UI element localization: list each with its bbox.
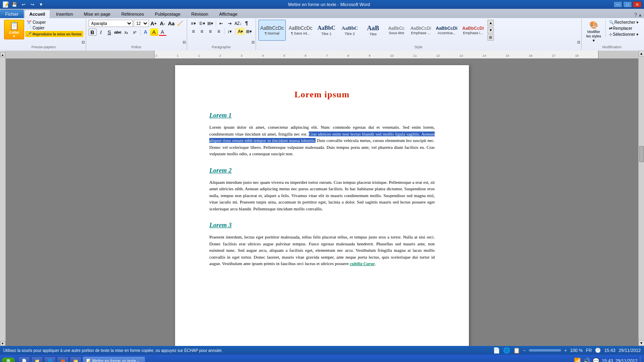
clear-format-button[interactable]: 🧹	[176, 20, 184, 27]
line-spacing-button[interactable]: ↕▾	[226, 28, 234, 35]
rechercher-button[interactable]: 🔍 Rechercher ▾	[607, 20, 640, 25]
align-left-button[interactable]: ≡	[190, 28, 198, 35]
taskbar-firefox[interactable]: 🦊	[57, 356, 69, 362]
justify-button[interactable]: ≡	[215, 28, 223, 35]
tab-references[interactable]: Références	[116, 10, 149, 18]
minimize-ribbon-icon[interactable]: ▲	[638, 12, 642, 17]
nav-down[interactable]: ▼	[0, 341, 5, 346]
taskbar-files[interactable]: 📂	[70, 356, 82, 362]
copy-icon: 📄	[27, 26, 31, 30]
close-button[interactable]: ✕	[633, 1, 642, 8]
coller-button[interactable]: 📋 Coller ▼	[4, 20, 24, 39]
qa-redo[interactable]: ↪	[29, 1, 36, 8]
show-desktop-button[interactable]	[640, 356, 642, 362]
taskbar-word[interactable]: 📝 Mettre en forme un texte -...	[83, 356, 145, 362]
selectionner-button[interactable]: ⊹ Sélectionner ▾	[607, 32, 640, 37]
style-normal[interactable]: AaBbCcDc ¶ Normal	[258, 20, 286, 41]
font-shrink-button[interactable]: A-	[159, 20, 167, 27]
style-titre[interactable]: AaB Titre	[362, 20, 384, 41]
font-size-select[interactable]: 12	[134, 20, 149, 27]
scroll-down-button[interactable]: ▼	[639, 340, 644, 346]
help-icon[interactable]: ?	[634, 12, 637, 18]
styles-scroll-up[interactable]: ▲	[487, 20, 494, 26]
style-emphase1[interactable]: AaBbCcDi Emphase ...	[409, 20, 433, 41]
scrollbar-right[interactable]: ▲ ▼	[638, 51, 644, 346]
style-titre2-preview: AaBbC	[341, 25, 358, 31]
qa-undo[interactable]: ↩	[20, 1, 27, 8]
underline-button[interactable]: S	[105, 29, 114, 36]
style-expand-icon[interactable]: ⊡	[577, 40, 580, 44]
subscript-button[interactable]: x₂	[122, 29, 130, 36]
tab-mise-en-page[interactable]: Mise en page	[78, 10, 116, 18]
clipboard-expand-icon[interactable]: ⊡	[82, 40, 85, 44]
zoom-in-button[interactable]: +	[564, 348, 567, 353]
text-effect-button[interactable]: A	[142, 29, 150, 36]
doc-view-web-icon[interactable]: 🌐	[503, 347, 510, 354]
style-sans-int[interactable]: AaBbCcDc ¶ Sans int...	[287, 20, 314, 41]
remplacer-button[interactable]: ⇄ Remplacer	[607, 26, 640, 31]
tab-affichage[interactable]: Affichage	[214, 10, 243, 18]
ruler-right-margin	[598, 51, 638, 58]
tab-accueil[interactable]: Accueil	[24, 10, 50, 19]
decrease-indent-button[interactable]: ⇤	[217, 20, 225, 27]
maximize-button[interactable]: □	[623, 1, 632, 8]
align-right-button[interactable]: ≡	[206, 28, 215, 35]
tab-publipostage[interactable]: Publipostage	[150, 10, 186, 18]
zoom-out-button[interactable]: −	[523, 348, 526, 353]
tab-revision[interactable]: Révision	[186, 10, 213, 18]
style-titre2[interactable]: AaBbC Titre 2	[339, 20, 361, 41]
zoom-slider[interactable]	[529, 349, 561, 352]
qa-more[interactable]: ▼	[37, 1, 45, 8]
tab-insertion[interactable]: Insertion	[51, 10, 78, 18]
style-accentuation[interactable]: AaBbCcDi Accentua...	[434, 20, 460, 41]
clock-icon: 🕐	[595, 348, 601, 353]
nav-up[interactable]: ▲	[0, 52, 5, 57]
font-name-select[interactable]: Aparajita	[89, 20, 133, 27]
show-marks-button[interactable]: ¶	[243, 20, 251, 27]
style-sous-titre[interactable]: AaBbCc Sous-titre	[385, 20, 408, 41]
shading-button[interactable]: A▾	[237, 28, 245, 35]
reproduire-button[interactable]: 🖌️ Reproduire la mise en forme	[25, 31, 83, 37]
increase-indent-button[interactable]: ⇥	[226, 20, 234, 27]
tab-fichier[interactable]: Fichier	[0, 10, 24, 18]
sort-button[interactable]: AZ↓	[234, 20, 242, 27]
bold-button[interactable]: B	[89, 29, 97, 36]
text-color-button[interactable]: A	[159, 29, 167, 36]
font-grow-button[interactable]: A+	[150, 20, 158, 27]
taskbar-folder[interactable]: 📁	[31, 356, 43, 362]
doc-view-print-icon[interactable]: 📄	[493, 347, 500, 354]
qa-save[interactable]: 💾	[11, 1, 18, 8]
style-titre1[interactable]: AaBbC Titre 1	[315, 20, 338, 41]
styles-scroll-down[interactable]: ▼	[487, 27, 494, 33]
doc-view-outline-icon[interactable]: 📋	[513, 347, 520, 354]
align-center-button[interactable]: ≡	[198, 28, 206, 35]
copier-button[interactable]: 📄 Copier	[25, 25, 83, 31]
start-button[interactable]: ⊞	[2, 358, 15, 362]
italic-button[interactable]: I	[97, 29, 105, 36]
couper-button[interactable]: ✂️ Couper	[25, 20, 83, 25]
style-sous-titre-preview: AaBbCc	[388, 26, 405, 31]
numbered-list-button[interactable]: ①▾	[198, 20, 206, 27]
link-cubilia-curae[interactable]: cubilia Curae	[350, 261, 375, 266]
taskbar-explorer[interactable]: 📄	[18, 356, 30, 362]
minimize-button[interactable]: ─	[613, 1, 622, 8]
scroll-up-button[interactable]: ▲	[639, 51, 644, 56]
doc-scroll-area[interactable]: Lorem ipsum Lorem 1 Lorem ipsum dolor si…	[6, 59, 638, 346]
modifier-styles-button[interactable]: 🎨 Modifier les styles ▼	[584, 20, 604, 43]
taskbar-ie[interactable]: 🌐	[44, 356, 56, 362]
ribbon-content: 📋 Coller ▼ ✂️ Couper 📄 Copier 🖌️	[0, 18, 644, 51]
change-case-button[interactable]: Aa	[167, 20, 175, 27]
language-indicator: FR	[586, 348, 592, 353]
highlight-button[interactable]: A	[150, 29, 158, 36]
speaker-icon: 🔊	[583, 358, 590, 362]
scroll-thumb[interactable]	[639, 146, 644, 162]
styles-expand[interactable]: ⊞	[487, 34, 494, 41]
superscript-button[interactable]: x²	[131, 29, 139, 36]
para-expand-icon[interactable]: ⊡	[252, 40, 255, 44]
multilevel-list-button[interactable]: ⊞▾	[206, 20, 215, 27]
strikethrough-button[interactable]: abc	[114, 29, 122, 36]
style-emphase2[interactable]: AaBbCcDi Emphase i...	[460, 20, 486, 41]
border-button[interactable]: ⊞▾	[245, 28, 253, 35]
bullet-list-button[interactable]: ≡▾	[190, 20, 198, 27]
police-expand-icon[interactable]: ⊡	[183, 40, 186, 44]
